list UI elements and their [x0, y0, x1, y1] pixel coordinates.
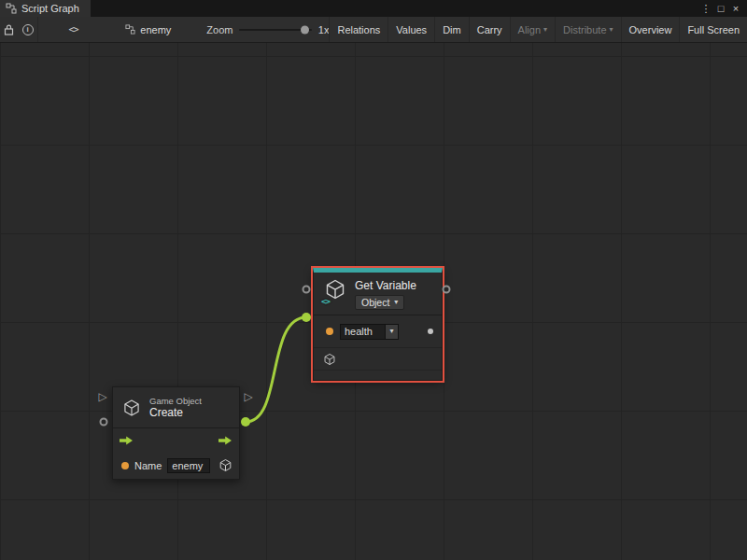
- graph-asset-icon: [125, 24, 135, 35]
- zoom-slider-handle[interactable]: [301, 25, 309, 34]
- name-parameter-row: Name: [113, 453, 239, 478]
- flow-output-port[interactable]: ▷: [244, 391, 252, 402]
- info-icon: i: [22, 24, 34, 35]
- align-label: Align: [518, 24, 541, 35]
- code-icon: <>: [68, 24, 78, 35]
- connection-wire[interactable]: [246, 317, 306, 422]
- carry-button[interactable]: Carry: [469, 17, 510, 42]
- graph-toolbar: i <> enemy Zoom 1x Relations Values Dim …: [0, 17, 747, 43]
- variable-name-dropdown[interactable]: ▾: [385, 324, 399, 340]
- variable-scope-dropdown[interactable]: Object ▾: [355, 295, 404, 310]
- edit-source-button[interactable]: <>: [64, 17, 83, 42]
- variable-name-input-port[interactable]: [303, 286, 311, 294]
- lock-button[interactable]: [0, 17, 19, 42]
- caret-down-icon: ▾: [543, 26, 547, 34]
- game-object-cube-icon: [122, 399, 141, 417]
- relations-label: Relations: [337, 24, 380, 35]
- caret-down-icon: ▾: [394, 299, 398, 306]
- get-variable-node[interactable]: <> Get Variable Object ▾ ▾: [313, 268, 443, 381]
- align-dropdown[interactable]: Align ▾: [510, 17, 555, 42]
- relations-button[interactable]: Relations: [329, 17, 388, 42]
- overview-label: Overview: [629, 24, 672, 35]
- name-input-port[interactable]: [100, 418, 108, 427]
- variable-name-input[interactable]: [340, 324, 385, 340]
- zoom-value: 1x: [318, 24, 330, 35]
- node-category: Game Object: [149, 396, 202, 406]
- dim-button[interactable]: Dim: [434, 17, 469, 42]
- caret-down-icon: ▾: [610, 26, 613, 34]
- fullscreen-button[interactable]: Full Screen: [679, 17, 747, 42]
- flow-input-port[interactable]: ▷: [98, 391, 106, 402]
- name-input[interactable]: [167, 458, 210, 473]
- variable-value-output-port[interactable]: [443, 286, 451, 294]
- dim-label: Dim: [443, 24, 461, 35]
- script-graph-icon: [6, 3, 17, 14]
- string-port-icon: [326, 328, 333, 335]
- close-icon[interactable]: ×: [728, 1, 743, 16]
- node-title: Create: [149, 406, 202, 419]
- game-object-output-icon[interactable]: [218, 458, 233, 472]
- carry-label: Carry: [477, 24, 502, 35]
- overview-button[interactable]: Overview: [621, 17, 680, 42]
- maximize-icon[interactable]: □: [713, 1, 728, 16]
- caret-down-icon: ▾: [389, 328, 393, 335]
- zoom-slider[interactable]: [239, 29, 311, 31]
- object-input-row: [314, 348, 442, 371]
- variable-code-icon: <>: [321, 297, 330, 306]
- window-menu-icon[interactable]: ⋮: [698, 1, 713, 16]
- graph-breadcrumb[interactable]: enemy: [125, 24, 171, 35]
- tab-label: Script Graph: [21, 3, 79, 14]
- flow-in-arrow-icon[interactable]: [120, 436, 134, 445]
- graph-canvas[interactable]: <> Get Variable Object ▾ ▾: [0, 43, 747, 560]
- control-flow-row: [113, 428, 239, 453]
- window-controls: ⋮ □ ×: [698, 0, 747, 17]
- game-object-output-port[interactable]: [241, 417, 250, 427]
- distribute-dropdown[interactable]: Distribute ▾: [555, 17, 620, 42]
- node-title: Get Variable: [355, 279, 416, 292]
- variable-name-field: ▾: [340, 324, 399, 340]
- distribute-label: Distribute: [563, 24, 606, 35]
- toolbar-buttons: Relations Values Dim Carry Align ▾ Distr…: [329, 17, 747, 42]
- tab-script-graph[interactable]: Script Graph: [0, 0, 91, 17]
- name-label: Name: [134, 460, 162, 471]
- scope-label: Object: [361, 297, 389, 308]
- info-button[interactable]: i: [19, 17, 37, 42]
- variable-cube-icon: <>: [324, 277, 346, 303]
- object-input-port[interactable]: [302, 313, 311, 322]
- flow-out-arrow-icon[interactable]: [218, 436, 233, 445]
- values-label: Values: [396, 24, 427, 35]
- create-node[interactable]: Game Object Create Name: [112, 386, 240, 480]
- value-output-dot[interactable]: [428, 329, 433, 334]
- create-node-header: Game Object Create: [113, 387, 239, 428]
- get-variable-header: <> Get Variable Object ▾: [314, 273, 442, 315]
- lock-icon: [4, 24, 14, 35]
- game-object-port-icon: [323, 353, 336, 366]
- fullscreen-label: Full Screen: [687, 24, 740, 35]
- zoom-label: Zoom: [206, 24, 233, 35]
- toolbar-separator: [37, 17, 38, 42]
- window-titlebar: Script Graph ⋮ □ ×: [0, 0, 747, 17]
- string-port-icon: [121, 462, 129, 469]
- values-button[interactable]: Values: [388, 17, 434, 42]
- variable-name-row: ▾: [314, 315, 442, 348]
- graph-name: enemy: [140, 24, 171, 35]
